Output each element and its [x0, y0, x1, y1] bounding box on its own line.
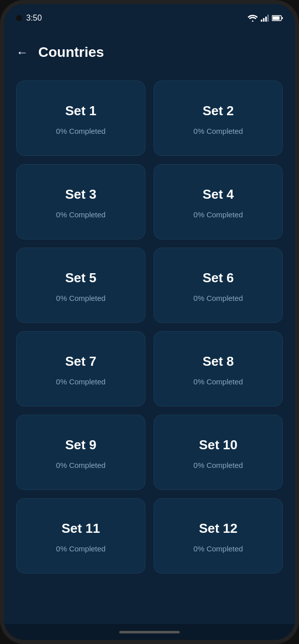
svg-rect-2	[263, 18, 265, 22]
back-button[interactable]: ←	[16, 45, 28, 59]
set-card-12[interactable]: Set 120% Completed	[154, 498, 283, 574]
set-title-5: Set 5	[65, 270, 96, 286]
set-progress-1: 0% Completed	[56, 127, 105, 135]
set-progress-4: 0% Completed	[193, 210, 243, 219]
set-title-1: Set 1	[65, 103, 96, 119]
set-title-9: Set 9	[65, 437, 96, 453]
set-progress-9: 0% Completed	[56, 461, 105, 469]
set-card-11[interactable]: Set 110% Completed	[16, 498, 145, 574]
set-title-7: Set 7	[65, 354, 96, 369]
header: ← Countries	[4, 32, 295, 72]
status-dot	[16, 15, 22, 21]
set-progress-5: 0% Completed	[56, 294, 105, 302]
svg-rect-7	[282, 17, 283, 19]
status-icons	[248, 15, 283, 22]
set-card-6[interactable]: Set 60% Completed	[154, 248, 283, 323]
home-bar	[119, 631, 180, 633]
set-title-3: Set 3	[65, 187, 96, 202]
set-title-4: Set 4	[202, 187, 234, 202]
set-card-5[interactable]: Set 50% Completed	[16, 248, 145, 323]
set-card-7[interactable]: Set 70% Completed	[16, 331, 145, 407]
set-progress-12: 0% Completed	[193, 544, 243, 553]
wifi-icon	[248, 15, 258, 22]
svg-rect-1	[261, 20, 262, 22]
set-title-6: Set 6	[202, 270, 234, 286]
set-title-2: Set 2	[202, 103, 234, 119]
svg-rect-6	[273, 17, 280, 20]
svg-rect-4	[267, 15, 269, 22]
set-card-9[interactable]: Set 90% Completed	[16, 415, 145, 490]
set-progress-2: 0% Completed	[193, 127, 243, 135]
page-title: Countries	[38, 44, 104, 60]
set-card-4[interactable]: Set 40% Completed	[154, 164, 283, 239]
svg-rect-3	[265, 17, 267, 22]
set-card-8[interactable]: Set 80% Completed	[154, 331, 283, 407]
sets-content: Set 10% CompletedSet 20% CompletedSet 30…	[4, 72, 295, 624]
set-card-3[interactable]: Set 30% Completed	[16, 164, 145, 239]
set-title-8: Set 8	[202, 354, 234, 369]
signal-icon	[261, 15, 269, 22]
status-bar: 3:50	[4, 4, 295, 32]
set-title-11: Set 11	[61, 521, 100, 536]
sets-grid: Set 10% CompletedSet 20% CompletedSet 30…	[16, 80, 283, 574]
set-progress-6: 0% Completed	[193, 294, 243, 302]
phone-frame: 3:50 ← Countri	[0, 0, 299, 644]
set-progress-8: 0% Completed	[193, 377, 243, 386]
set-progress-11: 0% Completed	[56, 544, 105, 553]
set-card-2[interactable]: Set 20% Completed	[154, 80, 283, 156]
home-indicator	[4, 624, 295, 640]
set-title-10: Set 10	[199, 437, 238, 453]
set-card-1[interactable]: Set 10% Completed	[16, 80, 145, 156]
set-card-10[interactable]: Set 100% Completed	[154, 415, 283, 490]
status-left: 3:50	[16, 14, 42, 23]
svg-point-0	[252, 21, 254, 22]
status-time: 3:50	[26, 14, 42, 23]
set-title-12: Set 12	[199, 521, 238, 536]
set-progress-7: 0% Completed	[56, 377, 105, 386]
set-progress-10: 0% Completed	[193, 461, 243, 469]
set-progress-3: 0% Completed	[56, 210, 105, 219]
battery-icon	[272, 15, 283, 21]
